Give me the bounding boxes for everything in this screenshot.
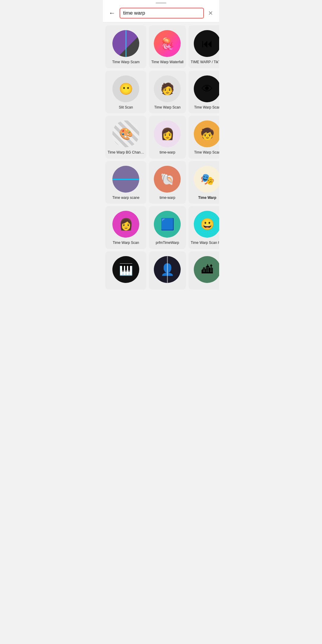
effect-card-time-warp-mid[interactable]: 👩time-warp [149,116,186,159]
effect-label-time-warp-scan-3: Time Warp Scan [194,150,219,155]
effect-card-time-warp-scan-2[interactable]: 👁Time Warp Scan [188,71,219,114]
effect-label-time-warp-scan-4: Time Warp Scan [113,241,139,245]
effect-thumb-time-warp-2: 🐚 [154,166,181,193]
effect-card-time-warp-scan-1[interactable]: 🧑Time Warp Scan [149,71,186,114]
effect-thumb-bottom-3: 🏙 [194,256,219,283]
effect-label-slit-scan: Slit Scan [119,105,133,110]
effect-card-slit-scan[interactable]: 😶Slit Scan [105,71,146,114]
search-bar: ← ✕ [103,5,219,22]
effect-thumb-time-warp-main: 🎭 [194,166,219,193]
effect-card-time-warp-bg-chan[interactable]: 🎨Time Warp BG Chan… [105,116,146,159]
effect-label-time-warp-scan-2: Time Warp Scan [194,105,219,110]
effect-thumb-time-warp-bg-chan: 🎨 [112,120,139,147]
drag-handle [103,0,219,5]
effect-card-time-warp-scan-4[interactable]: 👩Time Warp Scan [105,206,146,249]
effect-card-time-warp-main[interactable]: 🎭Time Warp [188,161,219,204]
effect-thumb-bottom-1: 🎹 [112,256,139,283]
effect-thumb-slit-scan: 😶 [112,75,139,102]
effect-label-time-warp-waterfall: Time Warp Waterfall [151,60,183,65]
effect-card-bottom-2[interactable]: 👤 [149,251,186,290]
effect-label-time-warp-mid: time-warp [160,150,175,155]
effect-thumb-time-warp-scan-4: 👩 [112,211,139,238]
effect-thumb-time-warp-mid: 👩 [154,120,181,147]
effect-thumb-time-warp-scan-3: 🧒 [194,120,219,147]
effect-card-time-warp-tiktok[interactable]: ⏮TIME WARP / TikTok [188,25,219,68]
effect-label-time-warp-scane: Time warp scane [112,196,140,200]
effect-label-time-warp-scam: Time Warp Scam [112,60,140,65]
effect-thumb-time-warp-scam [112,30,139,57]
search-input[interactable] [120,8,204,18]
effect-thumb-prfm-timewarp: 🟦 [154,211,181,238]
effect-thumb-time-warp-tiktok: ⏮ [194,30,219,57]
effect-label-time-warp-main: Time Warp [198,196,216,200]
effect-card-prfm-timewarp[interactable]: 🟦prfmTimeWarp [149,206,186,249]
effect-card-time-warp-scane[interactable]: Time warp scane [105,161,146,204]
effect-label-time-warp-scan-1: Time Warp Scan [154,105,180,110]
effect-label-time-warp-tiktok: TIME WARP / TikTok [191,60,219,65]
effect-thumb-time-warp-scan-1: 🧑 [154,75,181,102]
effect-card-time-warp-2[interactable]: 🐚time-warp [149,161,186,204]
effect-thumb-time-warp-scan-h8s: 😀 [194,211,219,238]
effect-card-bottom-1[interactable]: 🎹 [105,251,146,290]
effect-label-time-warp-bg-chan: Time Warp BG Chan… [108,150,144,155]
clear-button[interactable]: ✕ [207,10,214,17]
effect-thumb-time-warp-scan-2: 👁 [194,75,219,102]
effect-card-time-warp-scan-h8s[interactable]: 😀Time Warp Scan h8s [188,206,219,249]
effect-label-prfm-timewarp: prfmTimeWarp [156,241,179,245]
effect-thumb-bottom-2: 👤 [154,256,181,283]
back-button[interactable]: ← [108,9,117,17]
effect-card-bottom-3[interactable]: 🏙 [188,251,219,290]
effect-label-time-warp-2: time-warp [160,196,175,200]
effect-card-time-warp-scam[interactable]: Time Warp Scam [105,25,146,68]
effects-grid: Time Warp Scam🪼Time Warp Waterfall⏮TIME … [103,22,219,292]
effect-thumb-time-warp-waterfall: 🪼 [154,30,181,57]
effect-thumb-time-warp-scane [112,166,139,193]
effect-card-time-warp-scan-3[interactable]: 🧒Time Warp Scan [188,116,219,159]
effect-label-time-warp-scan-h8s: Time Warp Scan h8s [191,241,219,245]
effect-card-time-warp-waterfall[interactable]: 🪼Time Warp Waterfall [149,25,186,68]
drag-bar [156,2,166,4]
